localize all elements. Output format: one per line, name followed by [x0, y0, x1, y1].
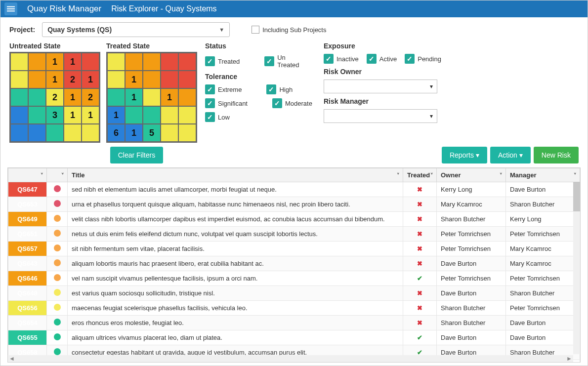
new-risk-button[interactable]: New Risk: [534, 147, 579, 163]
matrix-cell[interactable]: [125, 53, 143, 71]
chk-untreated[interactable]: [264, 56, 274, 66]
matrix-cell[interactable]: [161, 53, 178, 71]
table-row[interactable]: QS646vel nam suscipit vivamus pellentesq…: [8, 271, 580, 286]
table-row[interactable]: QS647sed nibh et elementum iaculis amet …: [8, 182, 580, 197]
table-row[interactable]: QS657sit nibh fermentum sem vitae, place…: [8, 242, 580, 256]
matrix-cell[interactable]: [178, 106, 196, 124]
matrix-cell[interactable]: 2: [46, 88, 64, 106]
matrix-cell[interactable]: [178, 124, 196, 142]
matrix-cell[interactable]: [161, 71, 178, 88]
matrix-cell[interactable]: 1: [46, 53, 64, 71]
col-title[interactable]: Title˅: [68, 168, 403, 182]
matrix-cell[interactable]: [10, 106, 28, 124]
chk-extreme[interactable]: [205, 84, 215, 94]
matrix-cell[interactable]: [82, 53, 99, 71]
risk-id[interactable]: QS643: [8, 256, 47, 271]
risk-id[interactable]: QS651: [8, 227, 47, 242]
reports-button[interactable]: Reports▾: [442, 147, 487, 163]
table-row[interactable]: QS649velit class nibh lobortis ullamcorp…: [8, 212, 580, 227]
matrix-cell[interactable]: [143, 88, 161, 106]
menu-button[interactable]: [4, 2, 17, 15]
matrix-cell[interactable]: [178, 53, 196, 71]
matrix-cell[interactable]: [28, 53, 46, 71]
vertical-scrollbar[interactable]: [573, 182, 580, 354]
matrix-cell[interactable]: [161, 124, 178, 142]
chk-low[interactable]: [205, 112, 215, 122]
chk-pending[interactable]: [405, 54, 415, 64]
col-id[interactable]: ˅: [8, 168, 47, 182]
matrix-cell[interactable]: 1: [64, 88, 82, 106]
risk-id[interactable]: QS654: [8, 316, 47, 330]
matrix-cell[interactable]: [10, 53, 28, 71]
risk-id[interactable]: QS647: [8, 182, 47, 197]
chk-inactive[interactable]: [324, 54, 334, 64]
matrix-cell[interactable]: 1: [64, 53, 82, 71]
matrix-cell[interactable]: [82, 124, 99, 142]
col-dot[interactable]: ˅: [47, 168, 68, 182]
risk-id[interactable]: QS653: [8, 197, 47, 212]
chk-significant[interactable]: [205, 98, 215, 108]
chk-high[interactable]: [266, 84, 276, 94]
risk-id[interactable]: QS657: [8, 242, 47, 256]
matrix-cell[interactable]: [161, 106, 178, 124]
risk-id[interactable]: QS648: [8, 286, 47, 301]
manager-select[interactable]: [324, 109, 437, 123]
matrix-cell[interactable]: 6: [107, 124, 125, 142]
horizontal-scrollbar[interactable]: ◄►: [8, 355, 573, 362]
project-select[interactable]: Quay Systems (QS) ▼: [42, 22, 230, 37]
treated-matrix[interactable]: 1111615: [106, 52, 197, 143]
matrix-cell[interactable]: 1: [125, 124, 143, 142]
matrix-cell[interactable]: [107, 53, 125, 71]
risk-id[interactable]: QS649: [8, 212, 47, 227]
matrix-cell[interactable]: 2: [64, 71, 82, 88]
matrix-cell[interactable]: [107, 88, 125, 106]
matrix-cell[interactable]: 1: [125, 88, 143, 106]
matrix-cell[interactable]: 1: [46, 71, 64, 88]
matrix-cell[interactable]: [125, 106, 143, 124]
col-manager[interactable]: Manager˅: [506, 168, 580, 182]
matrix-cell[interactable]: 3: [46, 106, 64, 124]
matrix-cell[interactable]: [28, 124, 46, 142]
matrix-cell[interactable]: 1: [161, 88, 178, 106]
sub-projects-checkbox[interactable]: [252, 26, 259, 34]
matrix-cell[interactable]: [64, 124, 82, 142]
chk-active[interactable]: [367, 54, 377, 64]
risk-id[interactable]: QS655: [8, 330, 47, 345]
matrix-cell[interactable]: 5: [143, 124, 161, 142]
matrix-cell[interactable]: [143, 71, 161, 88]
matrix-cell[interactable]: [10, 88, 28, 106]
table-row[interactable]: QS651netus ut duis enim felis eleifend d…: [8, 227, 580, 242]
matrix-cell[interactable]: 1: [82, 71, 99, 88]
matrix-cell[interactable]: [46, 124, 64, 142]
table-row[interactable]: QS643aliquam lobortis mauris hac praesen…: [8, 256, 580, 271]
clear-filters-button[interactable]: Clear Filters: [110, 147, 163, 163]
matrix-cell[interactable]: 1: [107, 106, 125, 124]
chk-moderate[interactable]: [272, 98, 282, 108]
matrix-cell[interactable]: [28, 106, 46, 124]
matrix-cell[interactable]: [28, 88, 46, 106]
chk-treated[interactable]: [205, 56, 215, 66]
matrix-cell[interactable]: [178, 88, 196, 106]
table-row[interactable]: QS653urna et phasellus torquent quisque …: [8, 197, 580, 212]
risk-id[interactable]: QS656: [8, 301, 47, 316]
owner-select[interactable]: [324, 80, 437, 93]
matrix-cell[interactable]: 2: [82, 88, 99, 106]
matrix-cell[interactable]: [143, 106, 161, 124]
col-treated[interactable]: Treated˅: [403, 168, 437, 182]
col-owner[interactable]: Owner˅: [437, 168, 506, 182]
action-button[interactable]: Action▾: [490, 147, 531, 163]
matrix-cell[interactable]: 1: [64, 106, 82, 124]
table-row[interactable]: QS648est varius quam sociosqu sollicitud…: [8, 286, 580, 301]
matrix-cell[interactable]: [143, 53, 161, 71]
matrix-cell[interactable]: [107, 71, 125, 88]
matrix-cell[interactable]: 1: [82, 106, 99, 124]
matrix-cell[interactable]: 1: [125, 71, 143, 88]
matrix-cell[interactable]: [28, 71, 46, 88]
matrix-cell[interactable]: [10, 71, 28, 88]
matrix-cell[interactable]: [10, 124, 28, 142]
table-row[interactable]: QS655aliquam ultrices vivamus placerat l…: [8, 330, 580, 345]
risk-id[interactable]: QS646: [8, 271, 47, 286]
untreated-matrix[interactable]: 11121212311: [9, 52, 100, 143]
table-row[interactable]: QS656maecenas feugiat scelerisque phasel…: [8, 301, 580, 316]
matrix-cell[interactable]: [178, 71, 196, 88]
